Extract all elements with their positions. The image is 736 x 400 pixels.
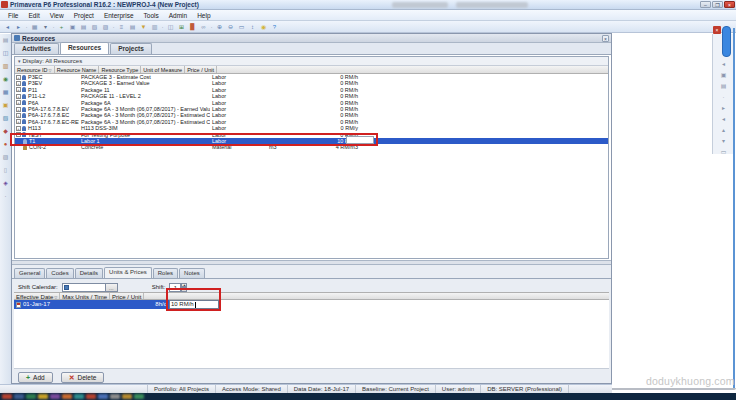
shift-calendar-field[interactable] xyxy=(62,283,106,292)
scrollbar-track[interactable] xyxy=(733,28,735,388)
taskbar-app-icon[interactable] xyxy=(50,394,60,399)
tracking-view-icon[interactable]: ◉ xyxy=(1,75,10,84)
expander-icon[interactable]: + xyxy=(16,113,21,118)
title-bar[interactable]: Primavera P6 Professional R16.2 : NEWPRO… xyxy=(0,0,736,10)
spin-down-icon[interactable]: ▼ xyxy=(181,287,187,292)
wbs-view-icon[interactable]: ▦ xyxy=(1,88,10,97)
menu-item[interactable]: Project xyxy=(69,10,99,21)
copy-icon[interactable]: ▣ xyxy=(67,22,78,32)
expander-icon[interactable]: − xyxy=(16,132,21,137)
filter-icon[interactable]: ▼ xyxy=(138,22,149,32)
move-right-icon[interactable]: ▸ xyxy=(719,104,729,113)
taskbar-app-icon[interactable] xyxy=(110,394,120,399)
taskbar-app-icon[interactable] xyxy=(74,394,84,399)
taskbar-app-icon[interactable] xyxy=(26,394,36,399)
layout-dropdown-icon[interactable]: ▾ xyxy=(40,22,51,32)
shift-stepper[interactable]: 1 ▲ ▼ xyxy=(169,283,187,292)
menu-item[interactable]: Tools xyxy=(139,10,164,21)
forward-icon[interactable]: ▸ xyxy=(13,22,24,32)
table-row[interactable]: CON-2 Concrete Material m3 4 RM/m3 xyxy=(15,144,608,150)
taskbar-app-icon[interactable] xyxy=(98,394,108,399)
maximize-button[interactable]: ❐ xyxy=(712,1,723,8)
more-views-icon[interactable]: · xyxy=(1,192,10,201)
display-options-bar[interactable]: ▾ Display: All Resources xyxy=(15,57,608,66)
toolbar-dot-icon[interactable]: · xyxy=(719,93,729,102)
relationship-icon[interactable]: ∞ xyxy=(198,22,209,32)
taskbar[interactable] xyxy=(0,393,736,400)
zoom-out-icon[interactable]: ⊖ xyxy=(225,22,236,32)
expander-icon[interactable]: + xyxy=(16,94,21,99)
fit-page-icon[interactable]: ▭ xyxy=(236,22,247,32)
menu-item[interactable]: Help xyxy=(192,10,215,21)
details-tab[interactable]: Codes xyxy=(46,268,73,278)
taskbar-app-icon[interactable] xyxy=(86,394,96,399)
help-icon[interactable]: ? xyxy=(269,22,280,32)
expenses-view-icon[interactable]: ◈ xyxy=(1,179,10,188)
shift-value[interactable]: 1 xyxy=(169,283,181,292)
expander-icon[interactable]: + xyxy=(16,107,21,112)
column-header[interactable]: Max Units / Time xyxy=(60,293,110,299)
resources-view-icon[interactable]: ◫ xyxy=(1,49,10,58)
menu-item[interactable]: File xyxy=(3,10,23,21)
column-header[interactable]: Price / Unit xyxy=(110,293,144,299)
layout-icon[interactable]: ▦ xyxy=(29,22,40,32)
delete-icon[interactable]: × xyxy=(713,26,721,34)
column-header[interactable]: Resource Type xyxy=(99,66,141,73)
menu-item[interactable]: Enterprise xyxy=(99,10,139,21)
close-icon[interactable]: × xyxy=(602,35,609,42)
assignments-view-icon[interactable]: ▧ xyxy=(1,114,10,123)
column-header[interactable]: Resource ID▽ xyxy=(15,66,55,73)
close-button[interactable]: × xyxy=(724,1,735,8)
taskbar-app-icon[interactable] xyxy=(38,394,48,399)
paste-icon[interactable]: ▤ xyxy=(719,82,729,91)
paste-icon[interactable]: ▤ xyxy=(78,22,89,32)
move-down-icon[interactable]: ▾ xyxy=(719,137,729,146)
level-resources-icon[interactable]: ▤ xyxy=(127,22,138,32)
reports-view-icon[interactable]: ▥ xyxy=(1,62,10,71)
schedule-icon[interactable]: ≡ xyxy=(116,22,127,32)
risks-view-icon[interactable]: ◆ xyxy=(1,127,10,136)
cut-icon[interactable]: ▧ xyxy=(89,22,100,32)
add-icon[interactable]: + xyxy=(56,22,67,32)
column-header[interactable]: Price / Unit xyxy=(185,66,217,73)
menu-item[interactable]: Edit xyxy=(23,10,44,21)
move-up-icon[interactable]: ▴ xyxy=(719,126,729,135)
taskbar-app-icon[interactable] xyxy=(62,394,72,399)
details-tab[interactable]: Notes xyxy=(179,268,205,278)
zoom-in-icon[interactable]: ⊕ xyxy=(214,22,225,32)
cut-icon[interactable]: ◂ xyxy=(719,60,729,69)
expand-icon[interactable]: ↕ xyxy=(247,22,258,32)
browse-button[interactable]: … xyxy=(106,283,118,292)
back-icon[interactable]: ◂ xyxy=(2,22,13,32)
taskbar-app-icon[interactable] xyxy=(14,394,24,399)
expander-icon[interactable]: + xyxy=(16,81,21,86)
details-tab[interactable]: Details xyxy=(75,268,103,278)
chart-icon[interactable]: ▉ xyxy=(187,22,198,32)
taskbar-app-icon[interactable] xyxy=(2,394,12,399)
projects-view-icon[interactable]: ▤ xyxy=(1,36,10,45)
spreadsheet-icon[interactable]: ⊞ xyxy=(176,22,187,32)
taskbar-app-icon[interactable] xyxy=(134,394,144,399)
view-tab[interactable]: Resources xyxy=(60,42,109,54)
assign-icon[interactable]: ▭ xyxy=(719,148,729,157)
group-sort-icon[interactable]: ▥ xyxy=(149,22,160,32)
price-unit-edit-field[interactable]: 10 RM/h xyxy=(169,300,219,309)
progress-spotlight-icon[interactable]: ◉ xyxy=(258,22,269,32)
move-left-icon[interactable]: ◂ xyxy=(719,115,729,124)
taskbar-app-icon[interactable] xyxy=(122,394,132,399)
details-tab[interactable]: Units & Prices xyxy=(104,267,152,278)
column-header[interactable]: Unit of Measure xyxy=(141,66,185,73)
add-button[interactable]: + Add xyxy=(18,372,53,383)
activities-view-icon[interactable]: ▣ xyxy=(1,101,10,110)
columns-icon[interactable]: ◫ xyxy=(165,22,176,32)
view-tab[interactable]: Projects xyxy=(110,43,152,54)
fill-down-icon[interactable]: ▨ xyxy=(100,22,111,32)
menu-item[interactable]: View xyxy=(45,10,69,21)
details-tab[interactable]: General xyxy=(14,268,45,278)
expander-icon[interactable]: + xyxy=(16,126,21,131)
expander-icon[interactable]: + xyxy=(16,87,21,92)
delete-button[interactable]: ✕ Delete xyxy=(61,372,105,383)
details-tab[interactable]: Roles xyxy=(153,268,178,278)
copy-icon[interactable]: ▣ xyxy=(719,71,729,80)
scrollbar-thumb[interactable] xyxy=(722,26,731,57)
